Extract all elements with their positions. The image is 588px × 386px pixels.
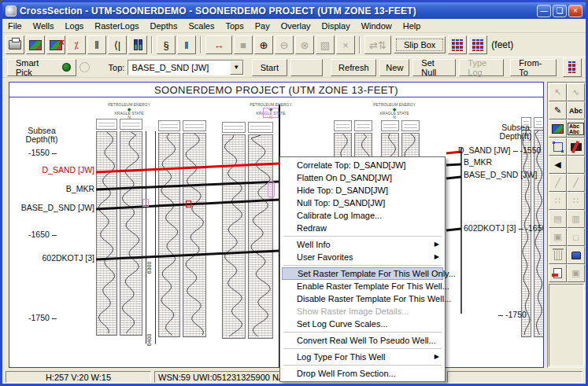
back-arrow-button[interactable]: ◀ [549, 156, 567, 174]
print-button[interactable] [6, 35, 24, 54]
pay-edit-button[interactable] [468, 35, 487, 54]
well-log-track-6[interactable] [521, 130, 544, 337]
well-log-track-2[interactable] [158, 133, 207, 337]
top-label-base-d-snd-left[interactable]: BASE_D_SND [JW] [16, 203, 94, 212]
menu-depths[interactable]: Depths [145, 20, 183, 32]
image-view-button[interactable]: ▨ [316, 35, 335, 54]
menu-tops[interactable]: Tops [220, 20, 249, 32]
menu-rasterlogs[interactable]: RasterLogs [89, 20, 144, 32]
text-button[interactable]: Abc [567, 101, 585, 119]
menu-item-well-info[interactable]: Well Info▶ [282, 238, 443, 251]
title-bar[interactable]: CrossSection - UTM-SOONERDEMO - SOONERDE… [2, 2, 586, 19]
refresh-button[interactable]: Refresh [331, 59, 376, 76]
pencil-button[interactable]: ✎ [549, 101, 567, 119]
zoom-out-button[interactable]: ⊖ [275, 35, 294, 54]
menu-item-flatten-on[interactable]: Flatten On D_SAND[JW] [282, 171, 443, 184]
chevron-down-icon[interactable]: ▼ [230, 61, 243, 75]
menu-item-set-log-curve-scales[interactable]: Set Log Curve Scales... [282, 318, 443, 330]
new-button[interactable]: New [379, 59, 409, 76]
menu-scales[interactable]: Scales [183, 20, 220, 32]
smart-pick-button[interactable]: Smart Pick [7, 59, 76, 76]
rect-select-button[interactable] [549, 138, 567, 156]
menu-item-calibrate-log-image[interactable]: Calibrate Log Image... [282, 209, 443, 222]
menu-display[interactable]: Display [316, 20, 356, 32]
point-tool-button[interactable]: ∷ [549, 192, 567, 210]
close-button[interactable]: × [568, 5, 582, 17]
menu-item-correlate-top[interactable]: Correlate Top: D_SAND[JW] [282, 159, 443, 171]
menu-help[interactable]: Help [398, 20, 427, 32]
top-label-d-sand-right[interactable]: D_SAND [JW]-1550 [458, 145, 541, 155]
blank-button[interactable] [290, 59, 323, 76]
type-log-button[interactable]: Type Log [459, 59, 504, 76]
fit-width-button[interactable]: ↔ [205, 35, 232, 54]
slip-box-button[interactable]: Slip Box [394, 36, 446, 53]
menu-logs[interactable]: Logs [59, 20, 89, 32]
export-page-button[interactable] [549, 264, 567, 282]
menu-pay[interactable]: Pay [250, 20, 276, 32]
top-label-b-mkr-left[interactable]: B_MKR [33, 184, 94, 193]
menu-item-hide-top[interactable]: Hide Top: D_SAND[JW] [282, 184, 443, 197]
well-log-track-3[interactable] [222, 134, 275, 339]
from-to-button[interactable]: From-To [510, 59, 557, 76]
stamp-tool-button[interactable] [567, 246, 585, 264]
menu-item-user-favorites[interactable]: User Favorites▶ [282, 251, 443, 263]
correlate-button[interactable]: ⁒ [67, 35, 86, 54]
send-back-button[interactable]: □ [567, 228, 585, 246]
menu-window[interactable]: Window [356, 20, 398, 32]
insert-image-button[interactable] [549, 119, 567, 138]
delete-annotation-button[interactable] [549, 246, 567, 264]
top-label-602dkotj-left[interactable]: 602DKOTJ [3] [25, 253, 94, 263]
stamp-button[interactable]: ▥ [567, 210, 585, 228]
pan-button[interactable]: ⇄⇅ [364, 35, 391, 54]
top-label-b-mkr-right[interactable]: B_MKR [464, 157, 492, 167]
paste-button[interactable]: ▤ [549, 210, 567, 228]
cancel-button[interactable]: × [336, 35, 355, 54]
line-tool-2-button[interactable]: ╱ [567, 174, 585, 192]
bring-front-button[interactable]: ▣ [549, 228, 567, 246]
top-select[interactable]: BASE_D_SND [JW] ▼ [128, 60, 243, 75]
cross-section-canvas[interactable]: SOONERDEMO PROJECT (UTM ZONE 13-FEET) PE… [9, 82, 544, 368]
menu-item-show-raster-details[interactable]: Show Raster Image Details... [282, 305, 443, 318]
tops-fill-button[interactable] [128, 35, 147, 54]
menu-item-convert-real-to-pseudo[interactable]: Convert Real Well To Pseudo Well... [282, 334, 443, 347]
menu-item-drop-well[interactable]: Drop Well From Section... [282, 367, 443, 380]
zoom-in-button[interactable]: ⊕ [254, 35, 273, 54]
menu-item-redraw[interactable]: Redraw [282, 222, 443, 234]
top-label-d-sand-left[interactable]: D_SAND [JW] [33, 165, 94, 175]
single-log-button[interactable]: § [157, 35, 176, 54]
cross-section-button[interactable] [26, 35, 45, 54]
freehand-button[interactable]: ∿ [567, 83, 585, 101]
smart-pick-off-led[interactable] [80, 62, 90, 72]
maximize-button[interactable]: ❏ [553, 5, 567, 17]
menu-item-enable-raster-template[interactable]: Enable Raster Template For This Well... [282, 280, 443, 292]
line-tool-button[interactable]: ╱ [549, 174, 567, 192]
set-null-button[interactable]: Set Null [412, 59, 456, 76]
caliper-button[interactable]: ⟨| [108, 35, 127, 54]
menu-item-log-type-for-well[interactable]: Log Type For This Well▶ [282, 351, 443, 363]
zoom-cancel-button[interactable]: ⊗ [295, 35, 314, 54]
strike-zone-button[interactable] [567, 138, 585, 156]
correlate-icon: ⁒ [74, 40, 79, 50]
menu-item-disable-raster-template[interactable]: Disable Raster Template For This Well... [282, 292, 443, 305]
menu-wells[interactable]: Wells [28, 20, 60, 32]
top-label-base-d-snd-right[interactable]: BASE_D_SND [JW] [464, 170, 537, 179]
start-button[interactable]: Start [252, 59, 287, 76]
parallel-view-button[interactable]: ‖ [177, 35, 196, 54]
close-section-button[interactable] [46, 35, 65, 54]
top-label-602dkotj-right[interactable]: 602DKOTJ [3]-1650 [464, 223, 544, 233]
point-tool-2-button[interactable]: ∷ [567, 192, 585, 210]
region-button[interactable]: ■ [234, 35, 253, 54]
menu-overlay[interactable]: Overlay [276, 20, 316, 32]
menu-item-set-raster-template[interactable]: Set Raster Template For This Well Only..… [282, 267, 443, 280]
log-curves-button[interactable]: ⫴ [87, 35, 106, 54]
menu-item-null-top[interactable]: Null Top: D_SAND[JW] [282, 197, 443, 209]
menu-separator [283, 365, 442, 366]
pay-display-button[interactable] [448, 35, 467, 54]
minimize-button[interactable]: — [537, 5, 551, 17]
text-frame-button[interactable]: Abc Abc [567, 119, 585, 138]
well-log-track-1[interactable] [96, 131, 145, 336]
select-button[interactable]: ↖ [549, 83, 567, 101]
copy-page-button[interactable]: ▣ [567, 264, 585, 282]
tops-marker-button[interactable] [563, 58, 582, 77]
menu-file[interactable]: File [2, 20, 28, 32]
